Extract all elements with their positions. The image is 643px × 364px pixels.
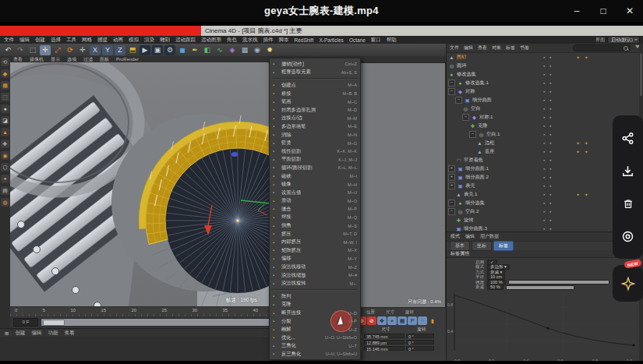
object-row[interactable]: − ▣ 细分曲面 ● ●	[447, 96, 643, 104]
size-field[interactable]: 15.146 mm	[364, 346, 405, 351]
menu-item[interactable]: 文件	[4, 37, 14, 44]
viewport-filter-icon[interactable]: ◉	[1, 151, 9, 160]
material-tag-icons[interactable]: ✦ ✦	[576, 192, 590, 197]
context-menu-item[interactable]: ▪ 熨烫 M~G	[270, 139, 360, 147]
range-start-field[interactable]: 0 F	[13, 318, 38, 327]
size-field[interactable]: 35.745 mm	[364, 334, 405, 338]
range-thumb[interactable]	[43, 320, 65, 326]
context-menu-item[interactable]: ▪ 滑动 M~O	[270, 197, 360, 206]
camera-icon[interactable]: ◉	[252, 45, 263, 55]
object-label[interactable]: 对称.1	[479, 114, 493, 121]
expand-toggle[interactable]: −	[455, 97, 462, 104]
minimize-button[interactable]: –	[564, 0, 590, 22]
expand-toggle[interactable]: −	[469, 131, 476, 138]
context-menu-item[interactable]: ▪ 挤压 M~T, D	[270, 230, 360, 239]
expand-toggle[interactable]: −	[448, 200, 455, 207]
visibility-dots[interactable]: ● ●	[543, 210, 553, 214]
object-label[interactable]: 底座	[485, 148, 494, 155]
menu-item[interactable]: 创建	[35, 37, 45, 44]
am-menu-item[interactable]: 编辑	[465, 233, 475, 240]
object-row[interactable]: ▲ 图钉 ● ● ✦ ✦	[447, 53, 643, 62]
menu-item[interactable]: 雕刻	[160, 37, 170, 44]
context-menu-item[interactable]: ▪ 内部挤压 M~W, I	[270, 238, 360, 246]
menu-item[interactable]: 脚本	[279, 37, 289, 44]
menu-item[interactable]: 模拟	[129, 37, 139, 44]
field-value[interactable]: 50 %	[487, 284, 503, 290]
object-row[interactable]: − ● 修改选集.1 ● ●	[447, 79, 643, 87]
lock-y-icon[interactable]: Y	[102, 45, 113, 55]
field-slider[interactable]	[506, 285, 574, 290]
object-label[interactable]: 表壳.1	[464, 191, 478, 198]
visibility-dots[interactable]: ● ●	[543, 227, 553, 231]
visibility-dots[interactable]: ● ●	[543, 184, 553, 188]
context-menu-item[interactable]: ▪ 沿法线缩放 M~#	[270, 271, 360, 280]
om-menu-item[interactable]: 对象	[492, 44, 501, 51]
menu-item[interactable]: Octane	[349, 37, 366, 43]
menu-item[interactable]: RedShift	[295, 37, 314, 43]
matmenu-item[interactable]: 创建	[15, 330, 25, 337]
environment-icon[interactable]: ▦	[239, 45, 250, 55]
visibility-dots[interactable]: ● ●	[543, 90, 553, 94]
matmenu-item[interactable]: 功能	[48, 330, 58, 337]
visibility-dots[interactable]: ● ●	[543, 175, 553, 179]
context-menu-item[interactable]: ▪ 循环/路径切割 K~L, M~L	[270, 164, 360, 172]
context-menu-item[interactable]: ▪ 多边形画笔 M~E	[270, 122, 360, 131]
model-mode-icon[interactable]: ◆	[1, 69, 9, 78]
object-label[interactable]: 细分曲面.3	[464, 225, 487, 231]
am-menu-item[interactable]: 模式	[450, 233, 460, 240]
favorite-widget[interactable]: NEW	[613, 265, 643, 302]
menu-item[interactable]: 工具	[66, 37, 76, 44]
attribute-tab[interactable]: 坐标	[472, 241, 492, 251]
point-snap-icon[interactable]: ⁘	[418, 316, 427, 325]
context-menu-item[interactable]: ▪ 笔画 M~C	[270, 97, 360, 106]
light-icon[interactable]: ✹	[264, 45, 275, 55]
live-selection-icon[interactable]: ⬚	[27, 45, 38, 55]
menu-item[interactable]: 帮助	[387, 37, 397, 44]
object-label[interactable]: 边框	[485, 140, 494, 147]
object-row[interactable]: ● 修改选集 ● ●	[447, 70, 643, 79]
visibility-dots[interactable]: ● ●	[543, 124, 553, 128]
share-button[interactable]	[620, 130, 636, 146]
lock-z-icon[interactable]: Z	[115, 45, 125, 55]
menu-item[interactable]: 插件	[263, 37, 274, 44]
om-search-input[interactable]	[573, 44, 631, 51]
menu-item[interactable]: 网格	[82, 37, 92, 44]
points-mode-icon[interactable]: ●	[1, 104, 9, 113]
menu-item[interactable]: 角色	[227, 37, 237, 44]
object-label[interactable]: 平滑着色	[464, 157, 483, 164]
context-menu-item[interactable]: ▪ 偏移 M~Y	[270, 255, 360, 263]
material-tag-icons[interactable]: ✦ ✦	[576, 140, 590, 146]
expand-toggle[interactable]: −	[462, 114, 469, 121]
render-picture-icon[interactable]: ▣	[152, 45, 163, 55]
attribute-tab[interactable]: 标签	[493, 241, 514, 251]
visibility-dots[interactable]: ● ●	[543, 167, 553, 171]
maximize-button[interactable]: □	[590, 0, 617, 22]
context-menu-item[interactable]: ▪ 撤销(动作) Ctrl+Z	[270, 60, 360, 69]
size-field[interactable]: 12.889 µm	[364, 340, 405, 345]
context-menu-item[interactable]: ▪ 线性切割 K~K, M~K	[270, 147, 360, 156]
visibility-dots[interactable]: ● ●	[543, 72, 553, 76]
scale-tool-icon[interactable]: ⤢	[52, 45, 63, 55]
material-tag-icons[interactable]: ✦ ✦	[576, 55, 590, 60]
last-tool-icon[interactable]: ✛	[77, 45, 88, 55]
visibility-dots[interactable]: ● ●	[543, 141, 553, 145]
object-label[interactable]: 细分曲面	[472, 97, 492, 104]
grid-snap-icon[interactable]: ▦	[397, 316, 407, 325]
render-settings-icon[interactable]: ⚙	[164, 45, 175, 55]
om-menu-item[interactable]: 书签	[520, 44, 529, 51]
context-menu-item[interactable]: ▪ 反三角化 U~U, U~Shift+U	[270, 350, 360, 359]
context-menu-item[interactable]: ▪ 缝合 M~P	[270, 205, 360, 214]
object-label[interactable]: 空白	[471, 105, 480, 112]
object-row[interactable]: ◎ 空白 ● ●	[447, 104, 643, 113]
context-menu-item[interactable]: ▪ 桥接 M~B, B	[270, 90, 360, 98]
visibility-dots[interactable]: ● ●	[543, 193, 553, 196]
menu-item[interactable]: X-Particles	[319, 37, 343, 43]
rotate-tool-icon[interactable]: ⟳	[65, 45, 76, 55]
rotation-field[interactable]: 0 °	[406, 346, 434, 351]
record-button[interactable]	[620, 228, 636, 244]
workplane-snap-icon[interactable]: ▤	[1, 186, 9, 195]
generator-icon[interactable]: ◧	[202, 45, 213, 55]
context-menu-item[interactable]: ▪ 矩阵挤压 M~X	[270, 246, 360, 255]
lock-x-icon[interactable]: X	[90, 45, 101, 55]
menu-item[interactable]: 捕捉	[97, 37, 108, 44]
